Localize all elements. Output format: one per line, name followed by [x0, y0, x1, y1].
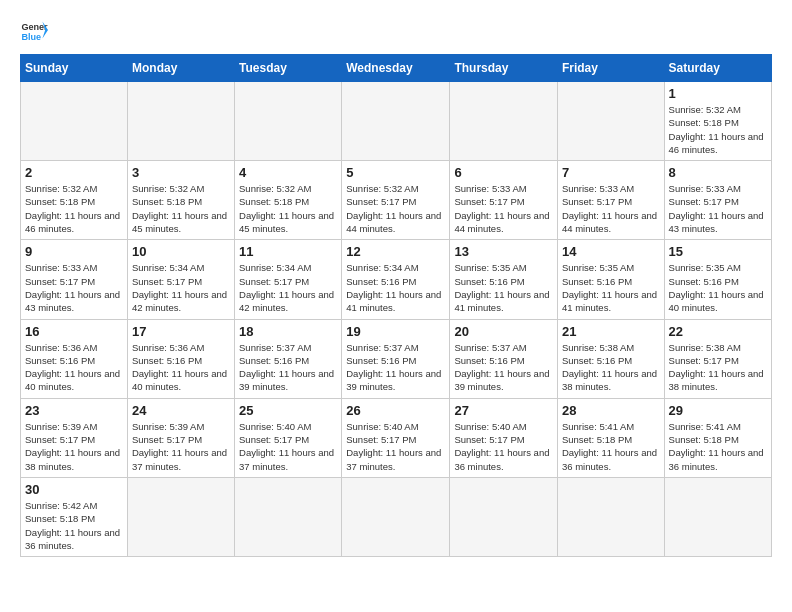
- day-info: Sunrise: 5:41 AMSunset: 5:18 PMDaylight:…: [669, 420, 767, 473]
- calendar-cell: 30Sunrise: 5:42 AMSunset: 5:18 PMDayligh…: [21, 477, 128, 556]
- day-info: Sunrise: 5:35 AMSunset: 5:16 PMDaylight:…: [669, 261, 767, 314]
- day-number: 27: [454, 403, 553, 418]
- calendar-cell: 22Sunrise: 5:38 AMSunset: 5:17 PMDayligh…: [664, 319, 771, 398]
- day-info: Sunrise: 5:40 AMSunset: 5:17 PMDaylight:…: [454, 420, 553, 473]
- day-number: 24: [132, 403, 230, 418]
- calendar-week-6: 30Sunrise: 5:42 AMSunset: 5:18 PMDayligh…: [21, 477, 772, 556]
- day-info: Sunrise: 5:32 AMSunset: 5:18 PMDaylight:…: [239, 182, 337, 235]
- day-number: 8: [669, 165, 767, 180]
- calendar-cell: [342, 477, 450, 556]
- calendar-cell: 17Sunrise: 5:36 AMSunset: 5:16 PMDayligh…: [127, 319, 234, 398]
- calendar-cell: 26Sunrise: 5:40 AMSunset: 5:17 PMDayligh…: [342, 398, 450, 477]
- day-info: Sunrise: 5:39 AMSunset: 5:17 PMDaylight:…: [25, 420, 123, 473]
- day-number: 17: [132, 324, 230, 339]
- day-info: Sunrise: 5:35 AMSunset: 5:16 PMDaylight:…: [454, 261, 553, 314]
- calendar-table: SundayMondayTuesdayWednesdayThursdayFrid…: [20, 54, 772, 557]
- page-header: General Blue: [20, 16, 772, 44]
- day-info: Sunrise: 5:37 AMSunset: 5:16 PMDaylight:…: [239, 341, 337, 394]
- calendar-cell: [450, 82, 558, 161]
- day-info: Sunrise: 5:33 AMSunset: 5:17 PMDaylight:…: [25, 261, 123, 314]
- day-number: 7: [562, 165, 660, 180]
- calendar-cell: [127, 82, 234, 161]
- calendar-cell: 4Sunrise: 5:32 AMSunset: 5:18 PMDaylight…: [235, 161, 342, 240]
- day-number: 12: [346, 244, 445, 259]
- calendar-cell: [127, 477, 234, 556]
- day-number: 25: [239, 403, 337, 418]
- svg-text:General: General: [21, 22, 48, 32]
- day-number: 30: [25, 482, 123, 497]
- calendar-cell: 29Sunrise: 5:41 AMSunset: 5:18 PMDayligh…: [664, 398, 771, 477]
- logo: General Blue: [20, 16, 48, 44]
- calendar-cell: 13Sunrise: 5:35 AMSunset: 5:16 PMDayligh…: [450, 240, 558, 319]
- day-info: Sunrise: 5:34 AMSunset: 5:17 PMDaylight:…: [132, 261, 230, 314]
- day-info: Sunrise: 5:32 AMSunset: 5:18 PMDaylight:…: [669, 103, 767, 156]
- calendar-cell: 21Sunrise: 5:38 AMSunset: 5:16 PMDayligh…: [557, 319, 664, 398]
- calendar-cell: 11Sunrise: 5:34 AMSunset: 5:17 PMDayligh…: [235, 240, 342, 319]
- calendar-cell: 2Sunrise: 5:32 AMSunset: 5:18 PMDaylight…: [21, 161, 128, 240]
- svg-text:Blue: Blue: [21, 32, 41, 42]
- calendar-cell: [342, 82, 450, 161]
- day-number: 15: [669, 244, 767, 259]
- day-number: 23: [25, 403, 123, 418]
- day-info: Sunrise: 5:40 AMSunset: 5:17 PMDaylight:…: [346, 420, 445, 473]
- calendar-cell: [21, 82, 128, 161]
- calendar-cell: 20Sunrise: 5:37 AMSunset: 5:16 PMDayligh…: [450, 319, 558, 398]
- day-number: 20: [454, 324, 553, 339]
- day-info: Sunrise: 5:33 AMSunset: 5:17 PMDaylight:…: [454, 182, 553, 235]
- day-info: Sunrise: 5:36 AMSunset: 5:16 PMDaylight:…: [132, 341, 230, 394]
- day-info: Sunrise: 5:41 AMSunset: 5:18 PMDaylight:…: [562, 420, 660, 473]
- day-number: 9: [25, 244, 123, 259]
- day-info: Sunrise: 5:34 AMSunset: 5:17 PMDaylight:…: [239, 261, 337, 314]
- col-header-tuesday: Tuesday: [235, 55, 342, 82]
- day-number: 4: [239, 165, 337, 180]
- calendar-cell: [450, 477, 558, 556]
- day-info: Sunrise: 5:33 AMSunset: 5:17 PMDaylight:…: [669, 182, 767, 235]
- day-info: Sunrise: 5:32 AMSunset: 5:17 PMDaylight:…: [346, 182, 445, 235]
- day-number: 28: [562, 403, 660, 418]
- calendar-cell: 18Sunrise: 5:37 AMSunset: 5:16 PMDayligh…: [235, 319, 342, 398]
- day-number: 3: [132, 165, 230, 180]
- calendar-cell: 7Sunrise: 5:33 AMSunset: 5:17 PMDaylight…: [557, 161, 664, 240]
- calendar-cell: 19Sunrise: 5:37 AMSunset: 5:16 PMDayligh…: [342, 319, 450, 398]
- calendar-cell: [235, 477, 342, 556]
- day-info: Sunrise: 5:32 AMSunset: 5:18 PMDaylight:…: [132, 182, 230, 235]
- day-info: Sunrise: 5:39 AMSunset: 5:17 PMDaylight:…: [132, 420, 230, 473]
- calendar-cell: 28Sunrise: 5:41 AMSunset: 5:18 PMDayligh…: [557, 398, 664, 477]
- day-info: Sunrise: 5:40 AMSunset: 5:17 PMDaylight:…: [239, 420, 337, 473]
- calendar-cell: [664, 477, 771, 556]
- calendar-cell: 14Sunrise: 5:35 AMSunset: 5:16 PMDayligh…: [557, 240, 664, 319]
- calendar-cell: [557, 477, 664, 556]
- day-number: 2: [25, 165, 123, 180]
- day-number: 29: [669, 403, 767, 418]
- day-info: Sunrise: 5:37 AMSunset: 5:16 PMDaylight:…: [454, 341, 553, 394]
- calendar-cell: 8Sunrise: 5:33 AMSunset: 5:17 PMDaylight…: [664, 161, 771, 240]
- calendar-cell: 5Sunrise: 5:32 AMSunset: 5:17 PMDaylight…: [342, 161, 450, 240]
- calendar-cell: 15Sunrise: 5:35 AMSunset: 5:16 PMDayligh…: [664, 240, 771, 319]
- day-info: Sunrise: 5:32 AMSunset: 5:18 PMDaylight:…: [25, 182, 123, 235]
- calendar-cell: 24Sunrise: 5:39 AMSunset: 5:17 PMDayligh…: [127, 398, 234, 477]
- day-info: Sunrise: 5:36 AMSunset: 5:16 PMDaylight:…: [25, 341, 123, 394]
- calendar-cell: 16Sunrise: 5:36 AMSunset: 5:16 PMDayligh…: [21, 319, 128, 398]
- logo-icon: General Blue: [20, 16, 48, 44]
- day-number: 26: [346, 403, 445, 418]
- day-number: 5: [346, 165, 445, 180]
- calendar-cell: 9Sunrise: 5:33 AMSunset: 5:17 PMDaylight…: [21, 240, 128, 319]
- day-number: 6: [454, 165, 553, 180]
- calendar-week-1: 1Sunrise: 5:32 AMSunset: 5:18 PMDaylight…: [21, 82, 772, 161]
- calendar-week-3: 9Sunrise: 5:33 AMSunset: 5:17 PMDaylight…: [21, 240, 772, 319]
- day-info: Sunrise: 5:34 AMSunset: 5:16 PMDaylight:…: [346, 261, 445, 314]
- calendar-cell: 23Sunrise: 5:39 AMSunset: 5:17 PMDayligh…: [21, 398, 128, 477]
- col-header-friday: Friday: [557, 55, 664, 82]
- day-number: 13: [454, 244, 553, 259]
- day-info: Sunrise: 5:38 AMSunset: 5:16 PMDaylight:…: [562, 341, 660, 394]
- day-info: Sunrise: 5:42 AMSunset: 5:18 PMDaylight:…: [25, 499, 123, 552]
- calendar-week-2: 2Sunrise: 5:32 AMSunset: 5:18 PMDaylight…: [21, 161, 772, 240]
- day-number: 21: [562, 324, 660, 339]
- calendar-cell: 6Sunrise: 5:33 AMSunset: 5:17 PMDaylight…: [450, 161, 558, 240]
- col-header-wednesday: Wednesday: [342, 55, 450, 82]
- calendar-cell: [557, 82, 664, 161]
- day-number: 19: [346, 324, 445, 339]
- col-header-sunday: Sunday: [21, 55, 128, 82]
- day-number: 14: [562, 244, 660, 259]
- calendar-week-5: 23Sunrise: 5:39 AMSunset: 5:17 PMDayligh…: [21, 398, 772, 477]
